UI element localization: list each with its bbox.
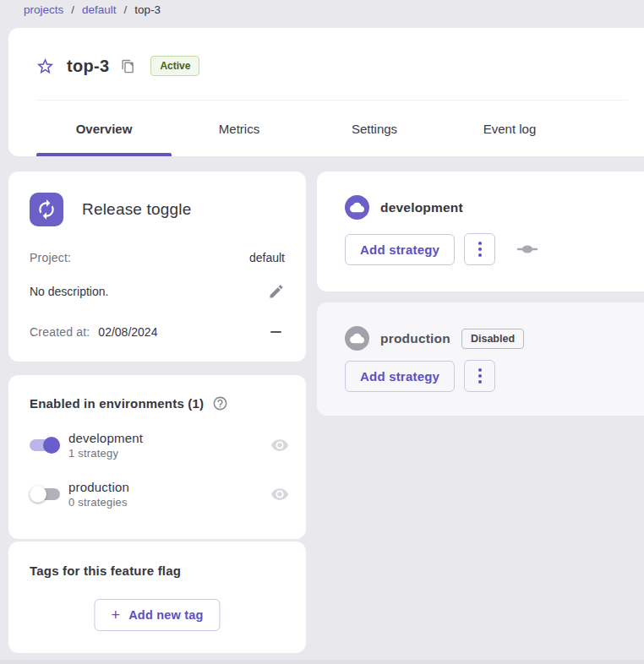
created-at-label: Created at: (30, 325, 90, 339)
breadcrumb-separator: / (124, 3, 128, 16)
add-strategy-button-development[interactable]: Add strategy (345, 234, 455, 265)
kebab-dot (478, 248, 482, 251)
status-badge: Active (150, 56, 199, 76)
star-icon (35, 57, 55, 76)
created-at-value: 02/08/2024 (98, 325, 157, 339)
environment-card-production: production Disabled Add strategy (317, 302, 644, 416)
kebab-dot (478, 380, 482, 384)
tab-overview[interactable]: Overview (36, 101, 172, 156)
add-new-tag-label: Add new tag (128, 608, 203, 622)
environment-row-production: production 0 strategies (30, 480, 289, 509)
development-toggle[interactable] (30, 437, 60, 454)
eye-icon (270, 436, 289, 454)
preview-production-button[interactable] (270, 485, 289, 503)
tags-card: Tags for this feature flag + Add new tag (8, 542, 306, 653)
release-toggle-icon (30, 193, 63, 226)
enabled-environments-title: Enabled in environments (1) (30, 396, 204, 411)
feature-flag-page: projects / default / top-3 top-3 Active … (0, 0, 644, 664)
cloud-icon (350, 200, 364, 215)
disabled-badge: Disabled (461, 329, 524, 349)
kebab-dot (478, 374, 482, 378)
breadcrumb-current: top-3 (134, 3, 161, 16)
project-row: Project: default (30, 251, 285, 264)
feature-details-card: Release toggle Project: default No descr… (8, 171, 306, 362)
page-bottom-strip (0, 660, 644, 664)
environment-name: production (68, 480, 129, 494)
autorenew-icon (35, 199, 57, 220)
tab-metrics[interactable]: Metrics (172, 101, 307, 156)
environment-row-development: development 1 strategy (30, 431, 289, 460)
help-icon (212, 395, 228, 411)
environment-name: development (68, 431, 143, 445)
feature-header-card: top-3 Active Overview Metrics Settings E… (8, 28, 644, 156)
environment-card-development: development Add strategy (317, 171, 644, 291)
breadcrumb-separator: / (71, 3, 74, 16)
tags-title: Tags for this feature flag (30, 563, 181, 578)
flag-type-label: Release toggle (82, 200, 192, 219)
breadcrumb-default-link[interactable]: default (82, 3, 117, 16)
strategy-separator-icon (516, 242, 538, 257)
tab-bar: Overview Metrics Settings Event log (36, 100, 628, 156)
copy-name-button[interactable] (121, 59, 135, 73)
environment-strategy-count: 0 strategies (68, 496, 129, 509)
active-tab-indicator (36, 153, 172, 156)
collapse-details-button[interactable] (270, 331, 281, 333)
created-at: Created at: 02/08/2024 (30, 325, 157, 339)
favorite-button[interactable] (35, 57, 55, 76)
environment-strategy-count: 1 strategy (68, 447, 143, 460)
add-strategy-button-production[interactable]: Add strategy (345, 361, 455, 392)
development-more-actions-button[interactable] (464, 233, 495, 265)
environment-card-title: development (380, 200, 463, 215)
production-cloud-icon (345, 326, 369, 351)
kebab-dot (478, 242, 482, 245)
description-text: No description. (30, 285, 108, 298)
production-toggle[interactable] (30, 486, 60, 503)
pencil-icon (268, 283, 285, 300)
tab-event-log[interactable]: Event log (442, 101, 577, 156)
edit-description-button[interactable] (268, 283, 285, 300)
breadcrumb: projects / default / top-3 (24, 3, 161, 16)
breadcrumb-projects-link[interactable]: projects (24, 3, 63, 16)
description-row: No description. (30, 283, 285, 300)
production-more-actions-button[interactable] (464, 360, 495, 392)
preview-development-button[interactable] (270, 436, 289, 454)
cloud-icon (350, 331, 364, 346)
environment-card-title: production (380, 331, 450, 346)
enabled-environments-panel: Enabled in environments (1) development … (8, 375, 306, 539)
kebab-dot (478, 253, 482, 257)
kebab-dot (478, 368, 482, 372)
title-row: top-3 Active (35, 49, 199, 83)
page-title: top-3 (67, 57, 109, 76)
tab-settings[interactable]: Settings (307, 101, 442, 156)
copy-icon (121, 59, 135, 73)
created-at-row: Created at: 02/08/2024 (30, 325, 285, 339)
development-cloud-icon (345, 195, 369, 220)
flag-type-row: Release toggle (30, 193, 192, 226)
project-label: Project: (30, 251, 71, 264)
help-button[interactable] (212, 395, 228, 411)
eye-icon (270, 485, 289, 503)
add-new-tag-button[interactable]: + Add new tag (94, 599, 220, 631)
minus-icon (270, 331, 281, 333)
plus-icon: + (111, 609, 120, 621)
project-value: default (249, 251, 285, 264)
